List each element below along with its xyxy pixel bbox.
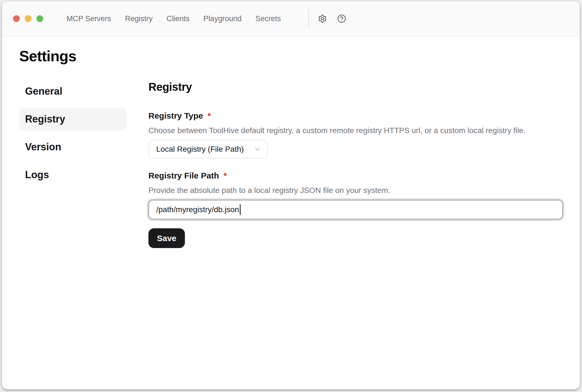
registry-type-label: Registry Type * — [148, 111, 563, 121]
sidebar-item-label: Registry — [25, 113, 65, 125]
text-cursor — [240, 204, 241, 215]
field-label-text: Registry File Path — [148, 171, 219, 181]
nav-divider — [308, 8, 309, 29]
required-marker: * — [223, 171, 227, 181]
nav-item-registry[interactable]: Registry — [125, 14, 153, 23]
zoom-window-button[interactable] — [36, 15, 43, 22]
section-heading: Registry — [148, 80, 563, 94]
field-label-text: Registry Type — [148, 111, 203, 121]
sidebar-item-logs[interactable]: Logs — [19, 164, 126, 186]
sidebar-item-label: Version — [25, 141, 61, 153]
page-title: Settings — [19, 47, 562, 65]
settings-sidebar: General Registry Version Logs — [19, 80, 126, 248]
help-circle-icon[interactable] — [337, 14, 346, 23]
minimize-window-button[interactable] — [25, 15, 31, 22]
sidebar-item-registry[interactable]: Registry — [19, 108, 126, 130]
settings-page: Settings General Registry Version Logs — [2, 36, 580, 389]
registry-file-path-input[interactable]: /path/myregistry/db.json — [148, 200, 563, 219]
window-controls — [13, 15, 43, 22]
save-button[interactable]: Save — [148, 228, 185, 248]
input-value: /path/myregistry/db.json — [156, 205, 239, 214]
app-window: MCP Servers Registry Clients Playground … — [2, 1, 580, 389]
chevron-down-icon — [254, 146, 261, 153]
nav-item-secrets[interactable]: Secrets — [255, 14, 281, 23]
nav-item-mcp-servers[interactable]: MCP Servers — [67, 14, 111, 23]
registry-file-path-label: Registry File Path * — [148, 171, 563, 181]
registry-settings-panel: Registry Registry Type * Choose between … — [148, 80, 563, 248]
sidebar-item-version[interactable]: Version — [19, 136, 126, 158]
selected-option: Local Registry (File Path) — [156, 145, 244, 154]
required-marker: * — [207, 111, 211, 121]
sidebar-item-label: General — [25, 85, 62, 97]
registry-file-path-description: Provide the absolute path to a local reg… — [148, 186, 563, 195]
settings-gear-icon[interactable] — [318, 14, 327, 23]
sidebar-item-general[interactable]: General — [19, 80, 126, 102]
close-window-button[interactable] — [13, 15, 20, 22]
nav-item-clients[interactable]: Clients — [167, 14, 190, 23]
nav-item-playground[interactable]: Playground — [204, 14, 242, 23]
main-nav: MCP Servers Registry Clients Playground … — [67, 14, 281, 23]
registry-type-select[interactable]: Local Registry (File Path) — [148, 140, 268, 158]
registry-type-description: Choose between ToolHive default registry… — [148, 126, 563, 135]
sidebar-item-label: Logs — [25, 169, 49, 181]
titlebar: MCP Servers Registry Clients Playground … — [2, 1, 580, 36]
